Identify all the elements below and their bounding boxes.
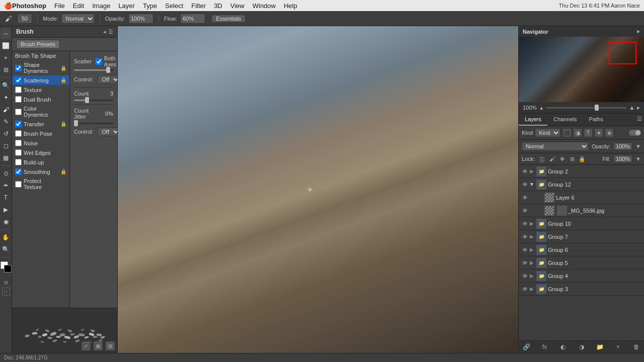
shape-dynamics-checkbox[interactable] xyxy=(15,65,22,71)
menu-type[interactable]: Type xyxy=(139,2,161,10)
brush-item-smoothing[interactable]: Smoothing 🔒 xyxy=(12,167,69,176)
add-mask-icon[interactable]: ◐ xyxy=(558,342,568,351)
preview-btn-grid[interactable]: ⊞ xyxy=(93,341,103,351)
select-tool[interactable]: ⬜ xyxy=(1,40,12,51)
delete-layer-icon[interactable]: 🗑 xyxy=(632,342,641,351)
scatter-slider[interactable] xyxy=(74,69,113,71)
layer-fill-value[interactable]: 100% xyxy=(613,155,632,163)
menu-select[interactable]: Select xyxy=(161,2,187,10)
count-slider[interactable] xyxy=(74,100,113,101)
both-axes-checkbox[interactable] xyxy=(96,58,102,65)
menu-edit[interactable]: Edit xyxy=(69,2,88,10)
add-fx-icon[interactable]: fx xyxy=(540,342,549,351)
brush-item-protect-texture[interactable]: Protect Texture 🔒 xyxy=(12,176,69,192)
scatter-slider-thumb[interactable] xyxy=(106,67,110,73)
zoom-tool[interactable]: 🔍 xyxy=(1,244,12,255)
brush-item-wet-edges[interactable]: Wet Edges 🔒 xyxy=(12,148,69,157)
zoom-out-icon[interactable]: ▲ xyxy=(539,105,544,111)
brush-panel-collapse[interactable]: ◂ xyxy=(103,29,106,35)
navigator-zoom-slider[interactable] xyxy=(546,107,627,109)
new-adjustment-icon[interactable]: ◑ xyxy=(577,342,586,351)
layer-blend-select[interactable]: Normal xyxy=(522,142,589,151)
vis-eye-layer6[interactable]: 👁 xyxy=(521,194,529,202)
dual-brush-checkbox[interactable] xyxy=(15,96,22,103)
screen-mode-button[interactable]: □ xyxy=(2,288,10,296)
expand-group3[interactable]: ▶ xyxy=(529,286,535,292)
lock-image-icon[interactable]: 🖌 xyxy=(548,155,556,163)
wet-edges-checkbox[interactable] xyxy=(15,149,22,156)
vis-eye-group3[interactable]: 👁 xyxy=(521,285,529,293)
lock-transparent-icon[interactable]: ◫ xyxy=(538,155,546,163)
menu-file[interactable]: File xyxy=(50,2,69,10)
gradient-tool[interactable]: ▦ xyxy=(1,152,12,163)
opacity-arrow[interactable]: ▼ xyxy=(635,143,641,149)
background-swatch[interactable] xyxy=(4,265,12,273)
brush-presets-button[interactable]: Brush Presets xyxy=(16,40,60,49)
brush-item-scattering[interactable]: Scattering 🔒 xyxy=(12,75,69,85)
lasso-tool[interactable]: ⌖ xyxy=(1,52,12,63)
vis-eye-mg5596[interactable]: 👁 xyxy=(521,207,529,215)
layer-row-mg5596[interactable]: 👁 _MG_5596.jpg xyxy=(519,204,644,217)
menu-layer[interactable]: Layer xyxy=(114,2,139,10)
brush-item-transfer[interactable]: Transfer 🔒 xyxy=(12,119,69,129)
navigator-right-arrow[interactable]: ▸ xyxy=(637,104,640,111)
expand-group10[interactable]: ▶ xyxy=(529,221,535,226)
brush-item-brush-pose[interactable]: Brush Pose 🔒 xyxy=(12,129,69,138)
layer-row-group6[interactable]: 👁 ▶ 📁 Group 6 xyxy=(519,243,644,256)
brush-item-dual-brush[interactable]: Dual Brush 🔒 xyxy=(12,95,69,104)
expand-group6[interactable]: ▶ xyxy=(529,247,535,252)
brush-panel-menu[interactable]: ☰ xyxy=(108,29,113,35)
preview-btn-move[interactable]: ⊟ xyxy=(105,341,115,351)
new-group-icon[interactable]: 📁 xyxy=(595,342,604,351)
move-tool[interactable]: ↔ xyxy=(1,28,12,39)
blend-mode-select[interactable]: Normal xyxy=(61,14,95,24)
filter-shape-icon[interactable]: ✦ xyxy=(594,128,603,137)
eyedropper-tool[interactable]: 🔍 xyxy=(1,80,12,91)
layer-row-group10[interactable]: 👁 ▶ 📁 Group 10 xyxy=(519,217,644,230)
count-slider-thumb[interactable] xyxy=(85,97,89,103)
zoom-in-icon[interactable]: ▲ xyxy=(629,104,635,111)
opacity-value[interactable]: 100% xyxy=(128,14,153,24)
protect-texture-checkbox[interactable] xyxy=(15,181,22,188)
count-jitter-thumb[interactable] xyxy=(74,120,78,126)
tab-layers[interactable]: Layers xyxy=(519,114,547,126)
type-tool[interactable]: T xyxy=(1,192,12,203)
brush-tool-icon[interactable]: 🖌 xyxy=(3,13,14,24)
menu-window[interactable]: Window xyxy=(249,2,280,10)
preview-btn-1[interactable]: ✓ xyxy=(81,341,91,351)
eraser-tool[interactable]: ◻ xyxy=(1,140,12,151)
tab-paths[interactable]: Paths xyxy=(583,114,609,126)
filter-pixel-icon[interactable]: ⬛ xyxy=(562,128,572,137)
brush-size-display[interactable]: 50 xyxy=(17,14,32,24)
hand-tool[interactable]: ✋ xyxy=(1,232,12,243)
expand-group7[interactable]: ▶ xyxy=(529,234,535,239)
tab-channels[interactable]: Channels xyxy=(547,114,583,126)
layer-row-group5[interactable]: 👁 ▶ 📁 Group 5 xyxy=(519,256,644,269)
navigator-red-box[interactable] xyxy=(609,42,636,64)
layer-row-layer6[interactable]: 👁 Layer 6 xyxy=(519,191,644,204)
lock-position-icon[interactable]: ✥ xyxy=(558,155,566,163)
menu-view[interactable]: View xyxy=(226,2,249,10)
menu-help[interactable]: Help xyxy=(280,2,301,10)
apple-menu[interactable]: 🍎 xyxy=(4,2,12,10)
clone-stamp-tool[interactable]: ✎ xyxy=(1,116,12,127)
layer-row-group7[interactable]: 👁 ▶ 📁 Group 7 xyxy=(519,230,644,243)
pen-tool[interactable]: ✒ xyxy=(1,180,12,191)
texture-checkbox[interactable] xyxy=(15,86,22,93)
lock-artboard-icon[interactable]: ⊞ xyxy=(568,155,576,163)
filter-adjust-icon[interactable]: ◑ xyxy=(573,128,582,137)
menu-image[interactable]: Image xyxy=(88,2,114,10)
crop-tool[interactable]: ⊞ xyxy=(1,64,12,75)
scatter-control-select[interactable]: Off xyxy=(98,75,117,84)
path-select-tool[interactable]: ▶ xyxy=(1,204,12,215)
brush-tool[interactable]: 🖌 xyxy=(1,104,12,115)
dodge-tool[interactable]: ⊙ xyxy=(1,168,12,179)
quick-mask-button[interactable]: ⊟ xyxy=(2,279,10,287)
filter-toggle-switch[interactable] xyxy=(629,130,641,136)
kind-select[interactable]: Kind xyxy=(535,128,560,137)
vis-eye-group7[interactable]: 👁 xyxy=(521,233,529,241)
fill-arrow[interactable]: ▼ xyxy=(635,156,641,162)
filter-type-icon[interactable]: T xyxy=(584,128,593,137)
noise-checkbox[interactable] xyxy=(15,140,22,146)
layer-row-group4[interactable]: 👁 ▶ 📁 Group 4 xyxy=(519,269,644,283)
